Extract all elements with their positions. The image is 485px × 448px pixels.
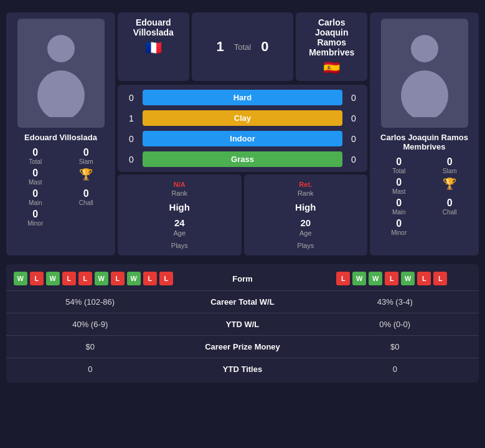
player1-chall-stat: 0 Chall (64, 188, 110, 206)
player1-total-stat: 0 Total (12, 147, 59, 165)
stats-rows: 54% (102-86) Career Total W/L 43% (3-4) … (6, 291, 479, 380)
court-row-clay: 1 Clay 0 (125, 110, 360, 126)
form-badge-p1: L (111, 272, 125, 285)
court-row-grass: 0 Grass 0 (125, 151, 360, 167)
form-badge-p1: L (30, 272, 44, 285)
svg-point-1 (37, 70, 85, 117)
player2-total-stat: 0 Total (376, 156, 422, 174)
player2-age-value: 20 (250, 217, 362, 228)
form-badge-p2: L (433, 272, 447, 285)
player1-plays-section: Plays (124, 242, 235, 249)
player2-avatar (381, 19, 468, 128)
form-badge-p2: W (369, 272, 382, 285)
player1-mast-stat: 0 Mast (12, 168, 59, 186)
player2-main-label: Main (392, 209, 406, 216)
player2-high-section: High (250, 202, 362, 212)
stat-right-2: $0 (311, 342, 479, 351)
svg-point-3 (401, 70, 448, 117)
trophy2-icon: 🏆 (443, 177, 456, 191)
court-row-hard: 0 Hard 0 (125, 90, 360, 105)
stat-left-0: 54% (102-86) (6, 297, 174, 307)
player1-minor-stat: 0 Minor (12, 209, 59, 227)
player1-slam-stat: 0 Slam (64, 147, 110, 165)
player2-name-center: Carlos Joaquin Ramos Membrives (301, 17, 362, 57)
clay-score2: 0 (347, 113, 360, 123)
player2-name: Carlos Joaquin Ramos Membrives (376, 133, 473, 151)
player1-info-panel: N/A Rank High 24 Age Plays (118, 174, 242, 255)
player1-rank-label: Rank (124, 189, 235, 197)
player1-card: Edouard Villoslada 0 Total 0 Slam 0 Mast… (6, 12, 115, 255)
player1-name: Edouard Villoslada (24, 133, 97, 142)
player1-chall-value: 0 (83, 188, 89, 199)
player2-minor-value: 0 (396, 218, 402, 229)
middle-panel: Edouard Villoslada 🇫🇷 1 Total 0 Carlos J… (118, 12, 367, 255)
player1-mast-value: 0 (32, 168, 38, 179)
form-badge-p2: W (352, 272, 366, 285)
player1-flag: 🇫🇷 (123, 40, 184, 56)
player2-mast-label: Mast (392, 188, 406, 195)
stat-right-0: 43% (3-4) (311, 297, 479, 307)
grass-button: Grass (143, 151, 342, 167)
player2-chall-value: 0 (447, 198, 453, 209)
stat-row-2: $0 Career Prize Money $0 (6, 336, 479, 358)
form-left: WLWLLWLWLL (12, 272, 174, 285)
form-badge-p1: W (127, 272, 141, 285)
stat-left-2: $0 (6, 342, 174, 351)
player2-flag: 🇪🇸 (301, 60, 362, 76)
indoor-score1: 0 (125, 134, 138, 144)
trophy-icon: 🏆 (79, 168, 93, 181)
form-section: WLWLLWLWLL Form LWWLWLL (6, 267, 479, 291)
player2-age-section: 20 Age (250, 217, 362, 237)
grass-score2: 0 (347, 155, 360, 164)
grass-score1: 0 (125, 155, 138, 164)
player2-main-stat: 0 Main (376, 198, 422, 216)
player2-card: Carlos Joaquin Ramos Membrives 0 Total 0… (370, 12, 479, 255)
player1-stats: 0 Total 0 Slam 0 Mast 🏆 0 Main (12, 147, 109, 227)
player2-mast-value: 0 (396, 177, 402, 188)
score-label: Total (234, 42, 251, 52)
indoor-button: Indoor (143, 131, 342, 146)
player2-high-value: High (250, 202, 362, 212)
court-row-indoor: 0 Indoor 0 (125, 131, 360, 146)
form-badge-p1: W (95, 272, 108, 285)
form-badge-p1: L (143, 272, 157, 285)
form-badge-p2: L (336, 272, 350, 285)
player1-plays-label: Plays (124, 242, 235, 249)
stat-row-3: 0 YTD Titles 0 (6, 358, 479, 380)
stat-right-1: 0% (0-0) (311, 320, 479, 329)
hard-score2: 0 (347, 93, 360, 103)
player1-trophy: 🏆 (64, 168, 110, 186)
form-badge-p2: L (417, 272, 431, 285)
form-badge-p2: L (385, 272, 398, 285)
player2-trophy: 🏆 (427, 177, 473, 195)
player2-stats: 0 Total 0 Slam 0 Mast 🏆 0 Main (376, 156, 473, 236)
player2-chall-label: Chall (443, 209, 457, 216)
player2-plays-section: Plays (250, 242, 362, 249)
player2-mast-stat: 0 Mast (376, 177, 422, 195)
player1-high-value: High (124, 202, 235, 212)
form-badge-p1: L (62, 272, 76, 285)
player2-age-label: Age (250, 229, 362, 237)
stat-left-3: 0 (6, 365, 174, 374)
player1-minor-label: Minor (27, 220, 43, 227)
player1-name-center: Edouard Villoslada (123, 17, 184, 37)
player2-slam-stat: 0 Slam (427, 156, 473, 174)
player1-total-label: Total (29, 158, 42, 165)
hard-button: Hard (143, 90, 342, 105)
court-rows: 0 Hard 0 1 Clay 0 0 Indoor 0 0 Grass (118, 85, 367, 172)
player2-rank-value: Ret. (250, 181, 362, 188)
indoor-score2: 0 (347, 134, 360, 144)
main-container: Edouard Villoslada 0 Total 0 Slam 0 Mast… (0, 0, 485, 391)
score-p1: 1 (217, 39, 224, 55)
player1-age-value: 24 (124, 217, 235, 228)
player1-total-value: 0 (32, 147, 38, 158)
stat-left-1: 40% (6-9) (6, 320, 174, 329)
player2-plays-label: Plays (250, 242, 362, 249)
player2-main-value: 0 (396, 198, 402, 209)
player1-minor-value: 0 (32, 209, 38, 220)
player1-high-section: High (124, 202, 235, 212)
player2-total-value: 0 (396, 156, 402, 168)
form-badge-p1: W (46, 272, 60, 285)
form-label: Form (174, 274, 311, 284)
player2-slam-value: 0 (447, 156, 453, 168)
